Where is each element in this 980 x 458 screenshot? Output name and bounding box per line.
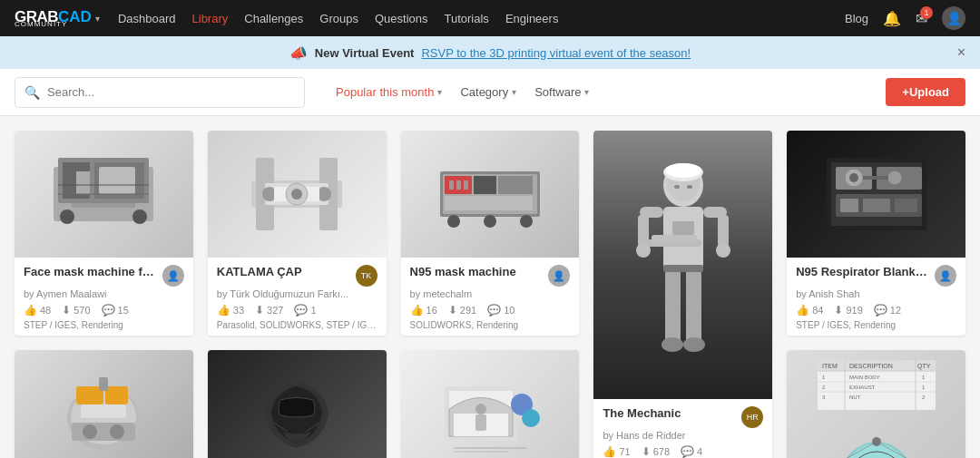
card-9[interactable]: ITEM DESCRIPTION QTY 1 MAIN BODY 1 2 EXH… [787,350,965,458]
event-banner: 📣 New Virtual Event RSVP to the 3D print… [0,36,980,69]
logo[interactable]: GRABCAD COMMUNITY ▾ [15,9,100,28]
comment-icon-4: 💬 [681,445,694,458]
card-3-author: by metechalm [410,288,571,299]
nav-engineers[interactable]: Engineers [505,12,559,25]
card-4[interactable]: The Mechanic HR by Hans de Ridder 👍 71 ⬇… [593,131,772,458]
card-3-likes-count: 16 [426,305,437,316]
card-1-downloads-count: 570 [74,305,90,316]
download-icon-2: ⬇ [255,304,264,317]
card-3-stats: 👍 16 ⬇ 291 💬 10 [410,304,571,317]
card-2[interactable]: KATLAMA ÇAP TK by Türk Olduğumuzun Farkı… [208,131,387,336]
popular-filter[interactable]: Popular this month ▾ [330,82,447,102]
category-filter-arrow-icon: ▾ [512,87,516,97]
svg-point-49 [662,337,683,352]
svg-rect-52 [672,221,694,235]
svg-rect-68 [105,386,128,404]
nav-blog[interactable]: Blog [845,12,868,25]
svg-text:ITEM: ITEM [822,363,838,369]
svg-point-50 [683,337,705,352]
card-1-likes: 👍 48 [24,304,51,317]
download-icon-4: ⬇ [642,445,651,458]
banner-link[interactable]: RSVP to the 3D printing virtual event of… [421,46,691,60]
svg-point-60 [887,171,902,185]
svg-point-4 [60,210,74,224]
card-5-author: by Anish Shah [796,288,956,299]
svg-rect-8 [99,167,135,194]
like-icon-4: 👍 [603,445,616,458]
mail-icon[interactable]: ✉ 1 [916,10,927,27]
card-4-title: The Mechanic [603,406,736,420]
nav-challenges[interactable]: Challenges [244,12,303,25]
svg-text:NUT: NUT [849,395,861,400]
download-icon: ⬇ [62,304,71,317]
card-8[interactable]: Decontamination tunnel Co... AF by Amine… [401,350,580,458]
svg-rect-69 [72,423,135,441]
card-4-thumbnail [593,131,772,399]
svg-rect-47 [665,270,681,343]
card-6-thumbnail [15,350,193,458]
category-filter[interactable]: Category ▾ [455,82,522,102]
nav-questions[interactable]: Questions [375,12,428,25]
card-3-avatar: 👤 [548,265,570,287]
toolbar: 🔍 Popular this month ▾ Category ▾ Softwa… [0,69,980,116]
svg-rect-72 [81,404,126,418]
svg-point-71 [110,424,124,439]
software-filter[interactable]: Software ▾ [529,82,594,102]
banner-close-button[interactable]: × [957,44,965,61]
svg-rect-62 [840,199,858,212]
svg-point-81 [475,404,486,414]
svg-rect-42 [718,215,729,247]
search-input[interactable] [47,85,295,99]
svg-rect-31 [464,180,468,190]
svg-rect-63 [863,199,890,212]
svg-rect-64 [895,199,917,212]
card-2-info: KATLAMA ÇAP TK by Türk Olduğumuzun Farkı… [208,258,387,336]
card-3[interactable]: N95 mask machine 👤 by metechalm 👍 16 ⬇ 2… [401,131,580,336]
card-1-stats: 👍 48 ⬇ 570 💬 15 [24,304,184,317]
card-2-tags: Parasolid, SOLIDWORKS, STEP / IGES, Rend… [217,320,377,330]
mail-badge: 1 [920,6,933,19]
search-box[interactable]: 🔍 [15,77,305,108]
card-4-stats: 👍 71 ⬇ 678 💬 4 [603,445,763,458]
svg-point-19 [291,189,302,200]
svg-rect-30 [456,180,461,190]
card-6[interactable]: Portable PAPR - Powered a... 👤 by rusdia… [15,350,193,458]
card-7[interactable]: Futuristic mask Ver. 3 AF by Amine FARSA… [208,350,387,458]
card-5-likes: 👍 84 [796,304,823,317]
download-icon-3: ⬇ [448,304,457,317]
nav-dashboard[interactable]: Dashboard [118,12,176,25]
card-4-downloads-count: 678 [653,446,670,457]
nav-tutorials[interactable]: Tutorials [445,12,489,25]
card-3-tags: SOLIDWORKS, Rendering [410,320,571,330]
nav-groups[interactable]: Groups [319,12,358,25]
upload-button[interactable]: +Upload [886,78,965,106]
nav-links: Dashboard Library Challenges Groups Ques… [118,12,827,25]
card-5-tags: STEP / IGES, Rendering [796,320,956,330]
card-2-title: KATLAMA ÇAP [217,265,350,278]
svg-point-27 [484,215,496,228]
svg-rect-25 [445,196,533,210]
software-filter-arrow-icon: ▾ [584,87,589,97]
popular-filter-label: Popular this month [336,85,434,99]
card-3-thumbnail [401,131,580,258]
card-8-thumbnail [401,350,580,458]
svg-rect-6 [72,203,135,208]
card-9-thumbnail: ITEM DESCRIPTION QTY 1 MAIN BODY 1 2 EXH… [787,350,965,458]
svg-point-35 [665,163,701,178]
card-5[interactable]: N95 Respirator Blank Maki... 👤 by Anish … [787,131,965,336]
logo-dropdown-icon[interactable]: ▾ [95,14,100,24]
search-icon: 🔍 [24,85,40,100]
card-3-likes: 👍 16 [410,304,437,317]
card-4-downloads: ⬇ 678 [642,445,670,458]
card-3-comments: 💬 10 [487,304,514,317]
card-2-downloads-count: 327 [267,305,283,316]
card-1-likes-count: 48 [40,305,51,316]
nav-library[interactable]: Library [192,12,229,25]
card-1[interactable]: Face mask machine full au... 👤 by Aymen … [15,131,193,336]
user-avatar[interactable]: 👤 [942,6,965,30]
comment-icon-2: 💬 [294,304,308,317]
svg-rect-82 [475,414,486,431]
card-1-avatar: 👤 [162,265,184,287]
bell-icon[interactable]: 🔔 [883,10,901,27]
card-2-stats: 👍 33 ⬇ 327 💬 1 [217,304,377,317]
